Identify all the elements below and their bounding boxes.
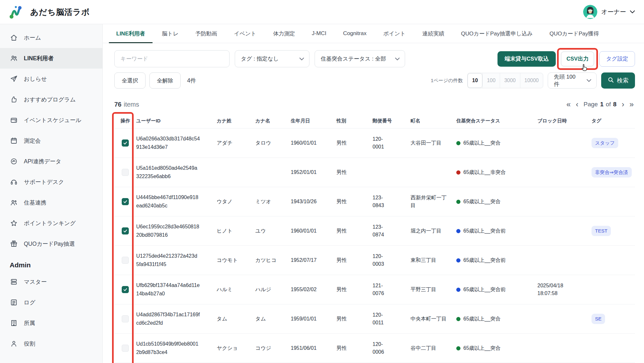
page-size-100[interactable]: 100 (482, 73, 500, 88)
tab-2[interactable]: 予防動画 (187, 24, 226, 43)
last-page-button[interactable]: » (630, 100, 634, 108)
head-limit-select[interactable]: 先頭 100 件 (548, 72, 597, 89)
cell-postal-code: 120-0006 (373, 340, 394, 356)
row-checkbox[interactable] (122, 139, 129, 147)
admin-item-0[interactable]: マスター (0, 272, 102, 292)
row-checkbox[interactable] (122, 257, 129, 264)
sidebar-item-label: LINE利用者 (24, 54, 53, 62)
status-text: 65歳以上__突合前 (463, 256, 506, 264)
col-postal-code: 郵便番号 (373, 118, 411, 124)
prev-page-button[interactable]: ‹ (576, 100, 578, 108)
sidebar-item-label: 測定会 (24, 137, 41, 145)
cell-kana-first: カツヒコ (255, 256, 291, 264)
tab-1[interactable]: 脳トレ (154, 24, 187, 43)
tag-filter-select[interactable]: タグ : 指定なし (235, 50, 309, 67)
operation-cell (114, 198, 136, 205)
cell-status: 65歳以上__突合前 (456, 286, 537, 293)
tag-settings-button[interactable]: タグ設定 (599, 51, 635, 67)
status-filter-value: 住基突合ステータス : 全部 (321, 55, 386, 62)
keyword-input[interactable] (114, 50, 230, 67)
sidebar-item-8[interactable]: 住基連携 (0, 192, 102, 213)
cell-status: 65歳以上__突合前 (456, 256, 537, 264)
row-checkbox[interactable] (122, 198, 129, 205)
sidebar-item-4[interactable]: イベントスケジュール (0, 110, 102, 130)
table-row: U5a161ed8050ad4e2549a322235e6abb61952/01… (114, 158, 635, 187)
sidebar-item-5[interactable]: 測定会 (0, 130, 102, 151)
chevron-down-icon (587, 77, 591, 84)
deselect-all-button[interactable]: 全解除 (149, 72, 181, 89)
status-text: 65歳以上__突合 (463, 315, 501, 323)
cell-kana-first: ハルジ (255, 286, 291, 293)
search-button-label: 検索 (617, 77, 629, 84)
tab-3[interactable]: イベント (226, 24, 265, 43)
tab-9[interactable]: QUOカードPay抽選申し込み (453, 24, 541, 43)
sidebar-item-6[interactable]: API連携データ (0, 151, 102, 172)
page-size-10[interactable]: 10 (468, 73, 482, 88)
row-checkbox[interactable] (122, 227, 129, 234)
users-icon (10, 54, 18, 62)
csv-import-button[interactable]: 端末貸与CSV取込 (497, 51, 556, 67)
operation-cell (114, 257, 136, 264)
status-text: 65歳以上__突合 (463, 198, 501, 205)
table-row: U6a0266a303db317d48c54913e14d36e7アダチタロウ1… (114, 129, 635, 158)
operation-cell (114, 139, 136, 147)
cell-town: 平野三丁目 (411, 286, 451, 293)
row-checkbox[interactable] (122, 345, 129, 352)
user-role-label: オーナー (601, 8, 626, 16)
user-menu[interactable]: オーナー (583, 5, 635, 19)
page-size-10000[interactable]: 10000 (520, 73, 543, 88)
next-page-button[interactable]: › (622, 100, 624, 108)
people-link-icon (10, 198, 18, 207)
sidebar-item-9[interactable]: ポイントランキング (0, 213, 102, 234)
sidebar-item-10[interactable]: QUOカードPay抽選 (0, 234, 102, 254)
page-indicator: Page 1 of 8 (583, 101, 616, 108)
star-icon (10, 219, 18, 227)
cell-kana-first: タム (255, 315, 291, 323)
sidebar-item-7[interactable]: サポートデスク (0, 172, 102, 192)
col-kana-last: カナ姓 (217, 118, 255, 124)
page-size-label: 1ページの件数 (431, 78, 463, 84)
cell-user-id: U4add2867f34b71ac17169fcd6c2ed2fd (136, 310, 204, 327)
avatar (583, 5, 597, 19)
row-checkbox[interactable] (122, 169, 129, 176)
admin-item-3[interactable]: 役割 (0, 333, 102, 354)
sidebar-item-label: おしらせ (24, 75, 47, 83)
sidebar-item-2[interactable]: おしらせ (0, 69, 102, 89)
cell-status: 65歳以上__突合 (456, 198, 537, 205)
sidebar-item-label: 所属 (24, 319, 35, 327)
page-size-3000[interactable]: 3000 (500, 73, 520, 88)
tab-6[interactable]: Cognitrax (335, 24, 375, 43)
cell-gender: 男性 (336, 344, 373, 352)
admin-item-1[interactable]: ログ (0, 292, 102, 313)
table-row: U4445bbe467df11090e918ead6240ab5cウタノミツオ1… (114, 187, 635, 216)
table-row: Ud1cb5105949b9f0eb80012b9d87b3ce4ヤクショコウジ… (114, 334, 635, 363)
log-icon (10, 298, 18, 307)
tab-8[interactable]: 連続実績 (414, 24, 453, 43)
tab-10[interactable]: QUOカードPay獲得 (541, 24, 607, 43)
tab-7[interactable]: ポイント (375, 24, 414, 43)
row-checkbox[interactable] (122, 286, 129, 293)
sidebar-item-0[interactable]: ホーム (0, 27, 102, 48)
select-all-button[interactable]: 全選択 (114, 72, 146, 89)
row-checkbox[interactable] (122, 315, 129, 322)
tab-4[interactable]: 体力測定 (265, 24, 303, 43)
admin-item-2[interactable]: 所属 (0, 313, 102, 333)
search-button[interactable]: 検索 (601, 72, 635, 89)
cell-birthdate: 1959/01/01 (291, 315, 336, 323)
tag-pill: 非突合⇒突合済 (592, 167, 632, 178)
status-filter-select[interactable]: 住基突合ステータス : 全部 (315, 50, 405, 67)
tab-0[interactable]: LINE利用者 (108, 24, 154, 43)
sidebar-item-1[interactable]: LINE利用者 (0, 48, 102, 69)
status-text: 65歳以上__突合 (463, 139, 501, 147)
tag-filter-value: タグ : 指定なし (241, 55, 279, 62)
tab-5[interactable]: J-MCI (303, 24, 335, 43)
users-table-section: 76 items « ‹ Page 1 of 8 › » (114, 96, 635, 363)
send-icon (10, 75, 18, 83)
first-page-button[interactable]: « (566, 100, 571, 108)
csv-export-button[interactable]: CSV出力 (561, 52, 594, 66)
cell-gender: 男性 (336, 315, 373, 323)
sidebar-item-3[interactable]: おすすめプログラム (0, 89, 102, 110)
search-icon (608, 77, 614, 85)
operation-cell (114, 286, 136, 293)
sidebar-item-label: API連携データ (24, 158, 62, 165)
